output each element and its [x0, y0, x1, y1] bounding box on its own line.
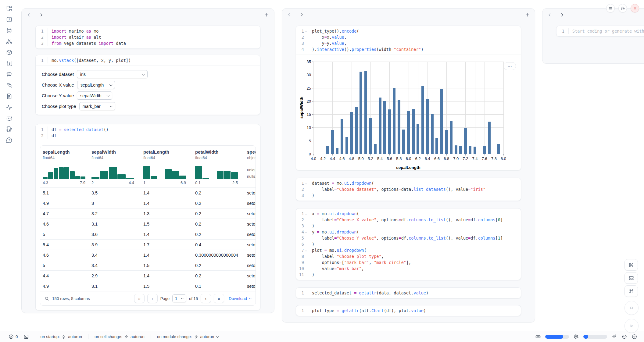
- documentation-icon[interactable]: [4, 93, 15, 100]
- chart-bar: [412, 109, 415, 154]
- code-editor[interactable]: 1⌄plot_type().encode(2 x=x.value,3 y=y.v…: [296, 26, 521, 55]
- packages-icon[interactable]: [4, 49, 15, 56]
- table-row[interactable]: 5.13.51.40.2setosa: [40, 187, 256, 198]
- table-row[interactable]: 53.61.40.2setosa: [40, 229, 256, 239]
- help-icon[interactable]: ?: [4, 137, 15, 144]
- bar-chart[interactable]: sepalWidth sepalLength 4.04.24.44.64.85.…: [296, 55, 521, 170]
- code-line[interactable]: 1 Start coding or generate with: [556, 28, 644, 34]
- x-value-dropdown[interactable]: sepalLength: [77, 81, 115, 89]
- prev-page-button[interactable]: ‹: [147, 294, 158, 303]
- table-column-header[interactable]: sepalWidthfloat6424.4: [89, 149, 141, 185]
- fold-indicator: [44, 126, 48, 133]
- table-row[interactable]: 4.931.40.2setosa: [40, 198, 256, 208]
- cell-new-empty[interactable]: 1 Start coding or generate with: [556, 26, 644, 37]
- chart-plot-area[interactable]: sepalWidth sepalLength 4.04.24.44.64.85.…: [313, 62, 503, 154]
- ai-chat-icon[interactable]: [4, 71, 15, 78]
- table-column-header[interactable]: sepalLengthfloat644.37.9: [40, 149, 89, 185]
- column-prev-button[interactable]: [547, 12, 552, 17]
- column-next-button[interactable]: [299, 12, 304, 17]
- table-cell: 1.4: [141, 201, 193, 206]
- column-meta: unique:nulls:: [247, 167, 256, 180]
- save-button[interactable]: [624, 259, 638, 271]
- stop-button[interactable]: [624, 301, 639, 315]
- code-editor[interactable]: 1import marimo as mo2import altair as al…: [36, 26, 260, 48]
- code-editor[interactable]: 1df = selected_dataset()2df: [36, 124, 260, 141]
- table-row[interactable]: 4.63.11.50.2setosa: [40, 219, 256, 229]
- x-tick-label: 8.0: [501, 156, 506, 161]
- cell-selected-dataset[interactable]: 1selected_dataset = getattr(data, datase…: [296, 287, 521, 298]
- connection-status-icon[interactable]: [631, 334, 637, 340]
- keyboard-shortcuts-button[interactable]: [624, 285, 638, 297]
- download-button[interactable]: Download: [229, 296, 251, 301]
- snippets-icon[interactable]: [4, 82, 15, 89]
- runtime-setting[interactable]: on cell change:autorun: [88, 334, 151, 339]
- cell-imports[interactable]: 1import marimo as mo2import altair as al…: [35, 26, 260, 49]
- code-editor[interactable]: 1selected_dataset = getattr(data, datase…: [296, 288, 521, 298]
- column-next-button[interactable]: [39, 12, 44, 17]
- cell-dataset-dropdown[interactable]: 1⌄dataset = mo.ui.dropdown(2 label="Choo…: [296, 178, 521, 201]
- table-cell: 1.5: [141, 263, 193, 268]
- search-icon[interactable]: [45, 296, 49, 301]
- first-page-button[interactable]: «: [134, 294, 145, 303]
- table-row[interactable]: 4.93.11.50.1setosa: [40, 281, 256, 291]
- cell-dataframe[interactable]: 1df = selected_dataset()2df sepalLengthf…: [35, 124, 260, 310]
- chart-bar: [459, 146, 462, 154]
- code-editor[interactable]: 1⌄x = mo.ui.dropdown(2 label="Choose X v…: [296, 208, 521, 280]
- layout-button[interactable]: [624, 272, 638, 284]
- column-prev-button[interactable]: [287, 12, 292, 17]
- table-cell: 0.2: [193, 222, 245, 226]
- cell-plot-type[interactable]: 1plot_type = getattr(alt.Chart(df), plot…: [296, 305, 521, 316]
- cell-xy-plot-dropdowns[interactable]: 1⌄x = mo.ui.dropdown(2 label="Choose X v…: [296, 208, 521, 280]
- code-text: import altair as alt: [48, 34, 257, 40]
- code-editor[interactable]: 1plot_type = getattr(alt.Chart(df), plot…: [296, 305, 521, 316]
- file-tree-icon[interactable]: [4, 5, 15, 12]
- scratchpad-icon[interactable]: [4, 126, 15, 133]
- table-row[interactable]: 5.43.91.70.4setosa: [40, 239, 256, 250]
- errors-indicator[interactable]: 0: [9, 334, 18, 339]
- editor-placeholder[interactable]: Start coding or generate with: [568, 28, 644, 34]
- table-column-header[interactable]: petalWidthfloat640.12.5: [193, 149, 245, 185]
- settings-gear-button[interactable]: [618, 4, 627, 12]
- add-cell-button[interactable]: [525, 12, 530, 17]
- ai-sparkles-icon[interactable]: [611, 334, 617, 340]
- outputs-icon[interactable]: [4, 115, 15, 122]
- column-prev-button[interactable]: [27, 12, 31, 17]
- terminal-button[interactable]: [23, 334, 29, 340]
- code-editor[interactable]: 1 Start coding or generate with: [556, 26, 644, 36]
- functions-icon[interactable]: f: [4, 16, 15, 23]
- table-column-header[interactable]: petalLengthfloat6416.9: [141, 149, 193, 185]
- runtime-setting[interactable]: on module change:autorun: [151, 334, 225, 339]
- menu-button[interactable]: [606, 4, 615, 12]
- runtime-setting[interactable]: on startup:autorun: [34, 334, 88, 339]
- dataset-dropdown[interactable]: iris: [77, 70, 148, 78]
- page-select[interactable]: 1: [172, 294, 186, 302]
- code-editor[interactable]: 1⌄dataset = mo.ui.dropdown(2 label="Choo…: [296, 178, 521, 201]
- column-next-button[interactable]: [560, 12, 564, 17]
- shutdown-button[interactable]: [631, 4, 639, 12]
- dependency-graph-icon[interactable]: [4, 38, 15, 45]
- table-cell: 1.4: [141, 191, 193, 195]
- plot-type-dropdown[interactable]: mark_bar: [79, 102, 115, 110]
- cell-plot[interactable]: 1⌄plot_type().encode(2 x=x.value,3 y=y.v…: [296, 26, 521, 170]
- table-row[interactable]: 4.63.41.40.3000000000000004setosa: [40, 250, 256, 260]
- code-editor[interactable]: 1mo.vstack([dataset, x, y, plot]): [36, 55, 260, 66]
- copilot-icon[interactable]: [621, 334, 627, 340]
- table-row[interactable]: 53.41.50.2setosa: [40, 260, 256, 270]
- gridline-y: [313, 88, 503, 88]
- database-icon[interactable]: [4, 27, 15, 34]
- logs-icon[interactable]: [4, 60, 15, 67]
- cell-vstack[interactable]: 1mo.vstack([dataset, x, y, plot]) Choose…: [35, 55, 260, 115]
- code-text: ): [308, 272, 518, 278]
- add-cell-button[interactable]: [264, 12, 269, 17]
- last-page-button[interactable]: »: [214, 294, 224, 303]
- pages-count-label: of 15: [189, 296, 198, 301]
- table-row[interactable]: 4.73.21.30.2setosa: [40, 208, 256, 219]
- tracing-icon[interactable]: [4, 104, 15, 111]
- table-row[interactable]: 4.42.91.40.2setosa: [40, 270, 256, 281]
- table-column-header[interactable]: speciesobjectunique:nulls:: [245, 149, 256, 185]
- cell-output: sepalLengthfloat644.37.9sepalWidthfloat6…: [36, 141, 260, 306]
- run-button[interactable]: [624, 319, 639, 333]
- next-page-button[interactable]: ›: [201, 294, 211, 303]
- table-header[interactable]: sepalLengthfloat644.37.9sepalWidthfloat6…: [40, 146, 256, 187]
- y-value-dropdown[interactable]: sepalWidth: [77, 91, 112, 100]
